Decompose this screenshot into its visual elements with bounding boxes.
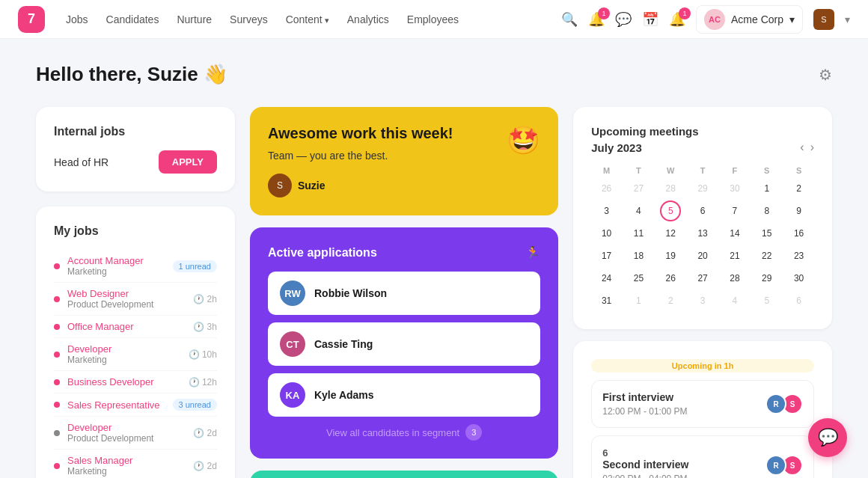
job-item[interactable]: Developer Product Development 🕐 2d [54,417,217,450]
cal-day[interactable]: 12 [660,223,681,244]
chat-icon[interactable]: 💬 [615,11,632,28]
job-dot [54,379,60,385]
cal-day[interactable]: 5 [757,290,777,311]
nav-link-candidates[interactable]: Candidates [106,13,159,25]
job-time: 🕐 2d [193,428,217,438]
job-item[interactable]: Developer Marketing 🕐 10h [54,338,217,371]
app-logo[interactable]: 7 [18,6,45,33]
cal-day[interactable]: 27 [692,268,713,289]
filter-icon[interactable]: ⚙ [819,66,832,84]
cal-day[interactable]: 30 [724,178,745,199]
company-selector[interactable]: AC Acme Corp ▾ [696,5,803,34]
calendar-icon[interactable]: 📅 [642,11,658,28]
cal-day[interactable]: 3 [692,290,713,311]
job-info: Web Designer Product Development [67,288,193,310]
meeting-item[interactable]: First interview 12:00 PM - 01:00 PM R S [591,380,814,428]
job-meta: 🕐 2d [193,428,217,438]
nav-link-surveys[interactable]: Surveys [230,13,268,25]
cal-day[interactable]: 3 [596,200,617,221]
cal-day[interactable]: 24 [596,268,617,289]
cal-day[interactable]: 6 [789,290,810,311]
meeting-item[interactable]: 6 Second interview 03:00 PM - 04:00 PM R… [591,435,814,478]
cal-day[interactable]: 28 [724,268,745,289]
awesome-username: Suzie [298,180,326,191]
apply-button[interactable]: APPLY [159,150,217,174]
job-item[interactable]: Office Manager 🕐 3h [54,316,217,338]
notifications-icon[interactable]: 🔔1 [588,11,605,28]
cal-day[interactable]: 4 [628,200,649,221]
right-column: Upcoming meetings July 2023 ‹ › MTWTFSS … [573,107,832,478]
job-item[interactable]: Web Designer Product Development 🕐 2h [54,283,217,316]
cal-day[interactable]: 20 [692,245,713,266]
cal-day[interactable]: 4 [724,290,745,311]
cal-day[interactable]: 9 [789,200,810,221]
calendar-day-headers: MTWTFSS [591,163,814,178]
company-avatar: AC [704,9,725,30]
cal-day[interactable]: 29 [757,268,777,289]
nav-link-nurture[interactable]: Nurture [177,13,212,25]
cal-day[interactable]: 23 [789,245,810,266]
candidate-row[interactable]: KA Kyle Adams [268,373,540,417]
job-item[interactable]: Sales Manager Marketing 🕐 2d [54,450,217,478]
cal-day[interactable]: 31 [596,290,617,311]
cal-day[interactable]: 1 [757,178,777,199]
bell-icon[interactable]: 🔔1 [669,11,685,28]
awesome-title: Awesome work this week! [268,125,453,142]
cal-day[interactable]: 7 [724,200,745,221]
cal-day[interactable]: 11 [628,223,649,244]
cal-day[interactable]: 14 [724,223,745,244]
candidate-name: Cassie Ting [314,338,373,350]
internal-job-row: Head of HR APPLY [54,150,217,174]
user-avatar[interactable]: S [813,9,834,30]
cal-day[interactable]: 2 [789,178,810,199]
cal-day[interactable]: 27 [628,178,649,199]
cal-day[interactable]: 25 [628,268,649,289]
cal-day[interactable]: 28 [660,178,681,199]
cal-day[interactable]: 30 [789,268,810,289]
cal-day[interactable]: 13 [692,223,713,244]
cal-day[interactable]: 5 [660,200,681,221]
job-time: 🕐 2h [193,294,217,304]
cal-day[interactable]: 21 [724,245,745,266]
nav-link-content[interactable]: Content [286,13,329,25]
search-icon[interactable]: 🔍 [561,11,578,28]
cal-day[interactable]: 6 [692,200,713,221]
nav-link-jobs[interactable]: Jobs [66,13,88,25]
job-dept: Marketing [67,266,173,277]
prev-month-button[interactable]: ‹ [800,141,804,154]
job-item[interactable]: Account Manager Marketing 1 unread [54,250,217,283]
cal-day-header: F [720,163,751,178]
awesome-emoji: 🤩 [507,125,540,156]
candidate-row[interactable]: CT Cassie Ting [268,322,540,366]
cal-day[interactable]: 10 [596,223,617,244]
candidate-avatar: RW [280,281,305,306]
unread-badge: 3 unread [173,399,217,411]
candidate-name: Kyle Adams [314,389,374,401]
my-jobs-title: My jobs [54,224,217,238]
view-all-link[interactable]: View all candidates in segment 3 [268,424,540,441]
cal-day[interactable]: 2 [660,290,681,311]
cal-day[interactable]: 8 [757,200,777,221]
cal-day[interactable]: 17 [596,245,617,266]
cal-day-header: S [783,163,814,178]
cal-day[interactable]: 1 [628,290,649,311]
user-chevron[interactable]: ▾ [845,13,850,25]
nav-link-analytics[interactable]: Analytics [347,13,389,25]
cal-day[interactable]: 19 [660,245,681,266]
cal-day[interactable]: 26 [596,178,617,199]
candidate-row[interactable]: RW Robbie Wilson [268,272,540,315]
cal-day[interactable]: 16 [789,223,810,244]
cal-day[interactable]: 18 [628,245,649,266]
job-item[interactable]: Business Developer 🕐 12h [54,371,217,393]
chat-button[interactable]: 💬 [808,418,847,457]
nav-link-employees[interactable]: Employees [407,13,459,25]
cal-day[interactable]: 26 [660,268,681,289]
nav-links: JobsCandidatesNurtureSurveysContentAnaly… [66,13,561,25]
cal-day[interactable]: 29 [692,178,713,199]
meeting-title: Second interview [602,459,688,471]
cal-day[interactable]: 15 [757,223,777,244]
next-month-button[interactable]: › [810,141,814,154]
cal-day[interactable]: 22 [757,245,777,266]
meeting-avatar: R [765,393,786,414]
job-item[interactable]: Sales Representative 3 unread [54,393,217,417]
